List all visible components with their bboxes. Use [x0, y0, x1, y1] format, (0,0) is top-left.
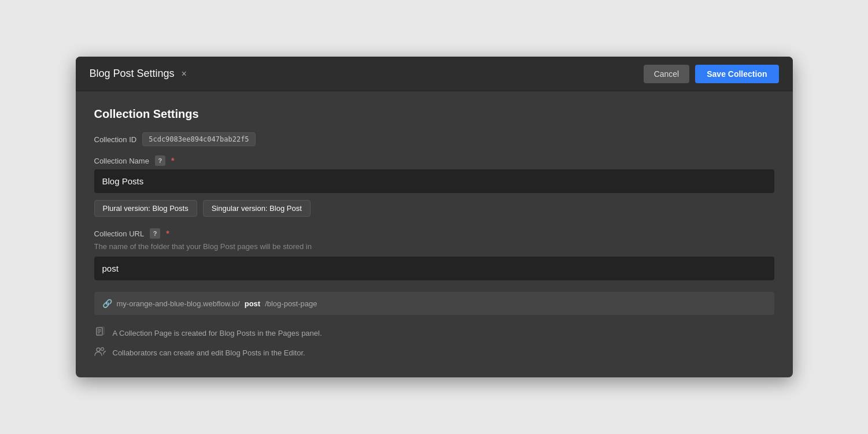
collection-name-input[interactable]: [94, 169, 774, 193]
url-preview: 🔗 my-orange-and-blue-blog.webflow.io/pos…: [94, 292, 774, 315]
collection-url-input[interactable]: [94, 257, 774, 280]
singular-version-value: Blog Post: [269, 204, 302, 213]
plural-version-label: Plural version:: [103, 204, 150, 213]
url-preview-bold: post: [245, 299, 260, 308]
singular-version-tag: Singular version: Blog Post: [203, 200, 311, 217]
plural-version-tag: Plural version: Blog Posts: [94, 200, 197, 217]
save-collection-button[interactable]: Save Collection: [695, 65, 778, 83]
modal-header-right: Cancel Save Collection: [644, 65, 779, 83]
modal-header-left: Blog Post Settings ×: [90, 68, 187, 80]
pages-icon: [94, 327, 106, 339]
svg-point-6: [101, 348, 104, 351]
collection-id-row: Collection ID 5cdc9083ee894c047bab22f5: [94, 132, 774, 146]
collection-name-label: Collection Name: [94, 157, 149, 165]
modal-title: Blog Post Settings: [90, 68, 175, 80]
singular-version-label: Singular version:: [212, 204, 268, 213]
info-item-1: A Collection Page is created for Blog Po…: [94, 327, 774, 339]
collection-url-description: The name of the folder that your Blog Po…: [94, 242, 774, 251]
modal-body: Collection Settings Collection ID 5cdc90…: [76, 91, 793, 377]
link-icon: 🔗: [102, 299, 112, 308]
info-list: A Collection Page is created for Blog Po…: [94, 327, 774, 359]
collection-name-help-icon[interactable]: ?: [155, 155, 165, 166]
url-preview-prefix: my-orange-and-blue-blog.webflow.io/: [117, 299, 240, 308]
info-text-2: Collaborators can create and edit Blog P…: [113, 348, 305, 357]
plural-version-value: Blog Posts: [153, 204, 189, 213]
url-preview-suffix: /blog-post-page: [265, 299, 317, 308]
collection-name-required: *: [171, 156, 174, 165]
collection-name-row: Collection Name ? *: [94, 155, 774, 166]
collection-url-label: Collection URL: [94, 229, 145, 238]
info-text-1: A Collection Page is created for Blog Po…: [113, 329, 322, 337]
collection-id-value: 5cdc9083ee894c047bab22f5: [142, 132, 255, 146]
collection-url-row: Collection URL ? *: [94, 228, 774, 239]
version-tags: Plural version: Blog Posts Singular vers…: [94, 200, 774, 217]
collection-url-help-icon[interactable]: ?: [150, 228, 160, 239]
collection-id-label: Collection ID: [94, 135, 137, 144]
modal: Blog Post Settings × Cancel Save Collect…: [76, 57, 793, 377]
modal-header: Blog Post Settings × Cancel Save Collect…: [76, 57, 793, 91]
info-item-2: Collaborators can create and edit Blog P…: [94, 346, 774, 359]
collection-url-required: *: [166, 229, 169, 238]
section-title: Collection Settings: [94, 107, 774, 121]
collaborators-icon: [94, 346, 106, 359]
svg-point-5: [97, 348, 100, 351]
cancel-button[interactable]: Cancel: [644, 65, 690, 83]
close-icon[interactable]: ×: [182, 69, 187, 79]
